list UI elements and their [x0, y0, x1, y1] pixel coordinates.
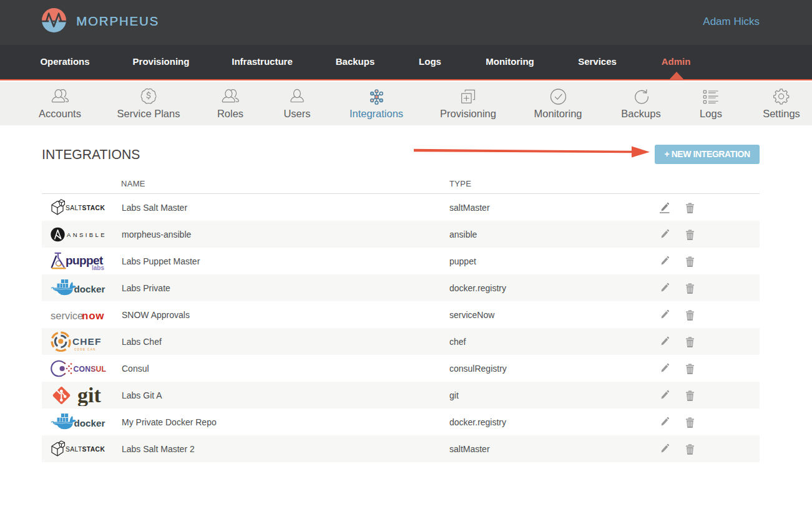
svg-text:labs: labs: [92, 264, 104, 271]
svg-text:CONSUL: CONSUL: [74, 364, 107, 373]
svg-text:SALTSTACK: SALTSTACK: [66, 205, 105, 211]
svg-text:service: service: [51, 309, 83, 321]
svg-text:git: git: [77, 385, 101, 406]
svg-text:docker: docker: [74, 417, 105, 428]
svg-text:now: now: [82, 309, 104, 321]
svg-text:SALTSTACK: SALTSTACK: [66, 446, 105, 453]
svg-text:CODE CAN: CODE CAN: [74, 348, 96, 351]
svg-text:CHEF: CHEF: [72, 336, 102, 347]
svg-text:ANSIBLE: ANSIBLE: [67, 231, 107, 238]
svg-text:docker: docker: [74, 283, 105, 294]
